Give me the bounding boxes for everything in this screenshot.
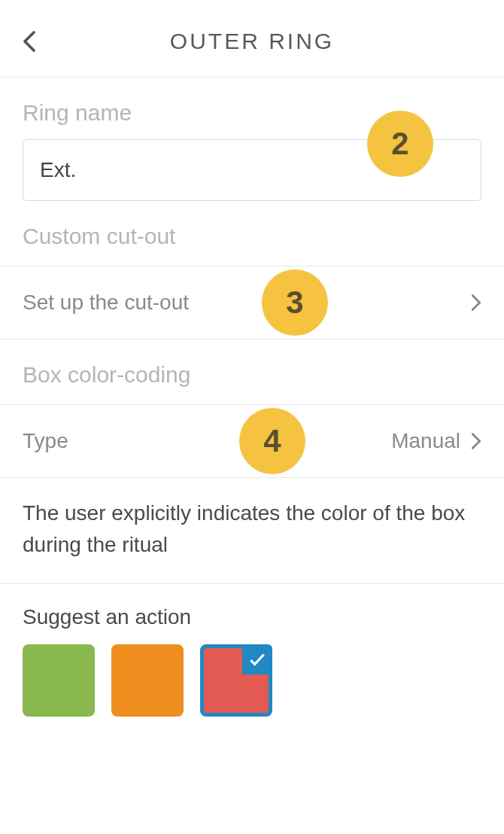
color-type-description: The user explicitly indicates the color … bbox=[0, 478, 504, 584]
ring-name-section: Ring name 2 bbox=[0, 78, 504, 201]
swatch-green[interactable] bbox=[23, 644, 95, 717]
color-swatches bbox=[0, 644, 504, 739]
ring-name-label: Ring name bbox=[23, 100, 481, 126]
color-coding-section: Box color-coding Type Manual 4 The user … bbox=[0, 339, 504, 584]
suggest-action-label: Suggest an action bbox=[0, 584, 504, 644]
swatch-orange[interactable] bbox=[111, 644, 184, 717]
callout-badge-3: 3 bbox=[262, 269, 328, 336]
ring-name-input[interactable] bbox=[23, 139, 481, 201]
chevron-right-icon bbox=[471, 432, 481, 450]
callout-badge-4: 4 bbox=[239, 408, 305, 474]
page-title: OUTER RING bbox=[23, 29, 481, 54]
color-type-row[interactable]: Type Manual 4 bbox=[0, 405, 504, 478]
swatch-red[interactable] bbox=[200, 644, 272, 717]
checkmark-icon bbox=[242, 644, 272, 674]
cutout-setup-label: Set up the cut-out bbox=[23, 291, 189, 315]
cutout-section-label: Custom cut-out bbox=[0, 224, 504, 249]
chevron-right-icon bbox=[471, 294, 481, 312]
cutout-section: Custom cut-out Set up the cut-out 3 bbox=[0, 201, 504, 339]
color-type-value: Manual bbox=[391, 429, 460, 453]
cutout-setup-row[interactable]: Set up the cut-out 3 bbox=[0, 266, 504, 339]
color-coding-section-label: Box color-coding bbox=[0, 362, 504, 388]
header: OUTER RING bbox=[0, 0, 504, 78]
back-icon[interactable] bbox=[23, 30, 36, 53]
suggest-action-section: Suggest an action bbox=[0, 584, 504, 739]
color-type-label: Type bbox=[23, 429, 68, 453]
